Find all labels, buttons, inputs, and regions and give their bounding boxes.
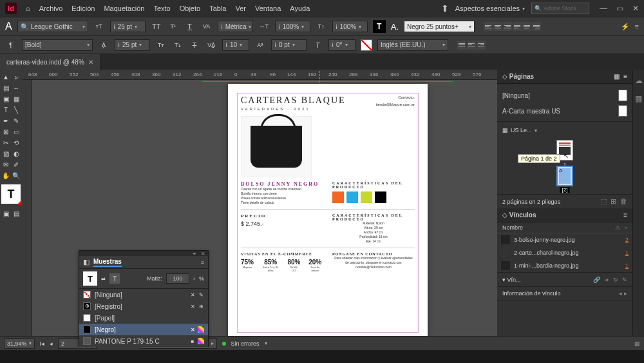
new-page-icon[interactable]: ⊞ (611, 197, 616, 206)
stock-search[interactable]: 🔍 Adobe Stock (531, 3, 589, 14)
swatch-row-ninguna[interactable]: [Ninguna]✕✎ (79, 289, 208, 300)
vscale-dropdown[interactable]: ⁞100%▾ (332, 21, 368, 32)
minimize-icon[interactable]: — (600, 4, 607, 13)
maximize-icon[interactable]: ▭ (616, 4, 623, 13)
first-page-icon[interactable]: I◂ (40, 340, 45, 347)
menu-ventana[interactable]: Ventana (255, 5, 281, 12)
font-size-dropdown[interactable]: ⁞25 pt▾ (110, 21, 146, 32)
gradient-swatch-tool[interactable]: ▨ (1, 149, 11, 159)
share-icon[interactable]: ⬆ (441, 3, 449, 14)
baseline-dropdown[interactable]: ⁞0 pt▾ (271, 39, 307, 51)
update-link-icon[interactable]: ↻ (613, 277, 618, 283)
menu-ayuda[interactable]: Ayuda (290, 5, 310, 12)
swatch-row-p179-15[interactable]: PANTONE P 179-15 C■ (79, 335, 208, 347)
zoom-tool[interactable]: 🔍 (12, 171, 21, 181)
document-tab[interactable]: carteras-video.indd @ 48% ✕ (0, 54, 100, 70)
panel-menu-icon[interactable]: ≡ (635, 23, 639, 30)
goto-link-icon[interactable]: ➜ (604, 277, 609, 283)
gradient-feather-tool[interactable]: ◐ (12, 149, 21, 159)
fill-stroke-toolbox[interactable]: T (1, 184, 21, 204)
stroke-none-icon[interactable] (361, 39, 372, 51)
menu-objeto[interactable]: Objeto (180, 5, 200, 12)
workspace-dropdown[interactable]: Aspectos esenciales▾ (455, 5, 525, 12)
spread-dropdown[interactable]: ▦ US Le... ▾ (502, 124, 627, 136)
content-collector-tool[interactable]: ▣ (1, 94, 11, 104)
swatches-tab[interactable]: Muestras (93, 258, 122, 267)
char-style-dropdown[interactable]: Negro 25 puntos+▾ (404, 21, 475, 32)
subscript-icon[interactable]: T₁ (172, 39, 184, 51)
fill-stroke-proxy[interactable]: T (373, 20, 386, 33)
line-tool[interactable]: ╲ (12, 105, 21, 115)
cc-libraries-icon[interactable]: ☁ (635, 76, 643, 85)
master-none[interactable]: [Ninguna] (502, 88, 627, 103)
rectangle-tool[interactable]: ▭ (12, 127, 21, 137)
justify-left-icon[interactable] (513, 22, 522, 31)
swatch-stroke-proxy[interactable]: T (109, 273, 120, 284)
master-a[interactable]: A-Carta maestra US (502, 103, 627, 119)
prev-page-icon[interactable]: ◂ (50, 340, 53, 347)
paragraph-mode-icon[interactable]: ¶ (5, 39, 17, 51)
home-icon[interactable]: ⌂ (26, 5, 30, 12)
align-left-icon[interactable] (484, 22, 493, 31)
page-size-icon[interactable]: ⬚ (600, 197, 607, 206)
skew-dropdown[interactable]: ⁞0°▾ (328, 39, 355, 51)
canvas[interactable]: 6486005525044564083603122642160489614419… (22, 70, 497, 347)
menu-texto[interactable]: Texto (153, 5, 170, 12)
underline-icon[interactable]: T (184, 21, 196, 32)
relink-icon[interactable]: 🔗 (593, 277, 600, 283)
preflight-status[interactable]: Sin errores (231, 340, 260, 347)
panel-menu-icon[interactable]: ≡ (623, 73, 627, 80)
document-page[interactable]: CARTERAS BLAQUE VARIEDADES · 2021 Contac… (228, 84, 428, 342)
align-right-icon[interactable] (503, 22, 512, 31)
leading-dropdown[interactable]: ⁞25 pt▾ (115, 39, 150, 51)
hscale-dropdown[interactable]: ⁞100%▾ (275, 21, 310, 32)
menu-edicion[interactable]: Edición (71, 5, 95, 12)
zoom-dropdown[interactable]: 31,94%▾ (4, 338, 35, 349)
link-row[interactable]: 1-mini-...bardia-negro.jpg1 (497, 259, 632, 272)
link-info-bar[interactable]: Información de vínculo ◂ ▸ (497, 286, 632, 300)
font-family-dropdown[interactable]: 🔍League Gothic▾ (17, 21, 88, 32)
kerning-dropdown[interactable]: ⁞Métrica▾ (218, 21, 253, 32)
bottom-grid-icon[interactable]: ▦ (634, 340, 640, 347)
link-row[interactable]: 3-bolso-jenny-negro.jpg2 (497, 233, 632, 246)
view-mode-preview[interactable]: ▤ (12, 209, 21, 219)
bolt-icon[interactable]: ⚡ (621, 23, 630, 31)
note-tool[interactable]: ✉ (1, 160, 11, 170)
justify-right-icon[interactable] (532, 22, 541, 31)
strikethrough-icon[interactable]: T (189, 39, 200, 51)
allcaps-icon[interactable]: TT (151, 21, 162, 32)
swap-icon[interactable]: ⇄ (101, 276, 106, 282)
menu-archivo[interactable]: Archivo (39, 5, 63, 12)
pencil-tool[interactable]: ✎ (12, 116, 21, 126)
view-mode-normal[interactable]: ▣ (1, 209, 11, 219)
rectangle-frame-tool[interactable]: ⊠ (1, 127, 11, 137)
eyedropper-tool[interactable]: ✐ (12, 160, 21, 170)
free-transform-tool[interactable]: ⟲ (12, 138, 21, 148)
justify-all-icon[interactable] (457, 41, 466, 50)
pen-tool[interactable]: ✒ (1, 116, 11, 126)
content-placer-tool[interactable]: ▦ (12, 94, 21, 104)
panel-close-icon[interactable]: ✕ (201, 251, 205, 256)
character-mode-icon[interactable]: A (5, 21, 12, 32)
selection-tool[interactable]: ▲ (1, 72, 11, 82)
font-style-dropdown[interactable]: [Bold]▾ (22, 39, 93, 51)
swatch-row-negro[interactable]: [Negro]✕ (79, 324, 208, 335)
superscript-icon[interactable]: T¹ (167, 21, 179, 32)
align-towards-spine-icon[interactable] (467, 41, 476, 50)
language-dropdown[interactable]: Inglés (EE.UU.)▾ (377, 39, 448, 51)
panel-collapse-icon[interactable]: ⏷ (192, 251, 197, 256)
link-row[interactable]: 2-carte...charol-negro.jpg1 (497, 246, 632, 259)
panel-menu-icon[interactable]: ≡ (623, 211, 627, 219)
links-collapse-bar[interactable]: ▾ Vín... 🔗➜↻✎ (497, 272, 632, 286)
type-tool[interactable]: T (1, 105, 11, 115)
edit-original-icon[interactable]: ✎ (622, 277, 627, 283)
swatch-row-registro[interactable]: ⊕[Registro]✕⊕ (79, 300, 208, 312)
swatch-row-papel[interactable]: [Papel] (79, 312, 208, 324)
page-tool[interactable]: ▤ (1, 83, 11, 93)
scissors-tool[interactable]: ✂ (1, 138, 11, 148)
page-thumb-2[interactable]: A [2] (556, 166, 573, 186)
delete-page-icon[interactable]: 🗑 (620, 197, 627, 206)
tracking-dropdown[interactable]: ⁞10▾ (222, 39, 249, 51)
align-away-spine-icon[interactable] (477, 41, 486, 50)
links-panel-header[interactable]: ◇ Vínculos ≡ (497, 208, 632, 222)
